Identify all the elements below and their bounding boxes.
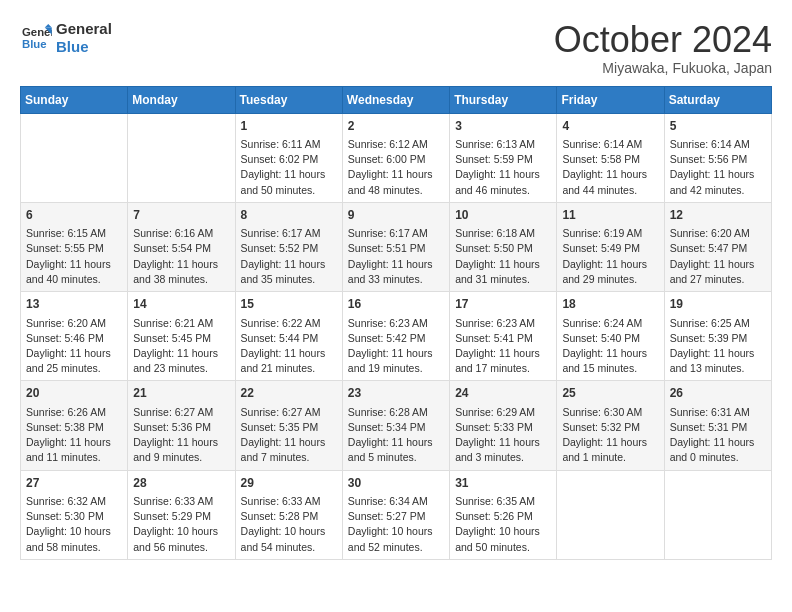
day-cell: 18Sunrise: 6:24 AMSunset: 5:40 PMDayligh… (557, 292, 664, 381)
day-info: Sunrise: 6:26 AMSunset: 5:38 PMDaylight:… (26, 405, 122, 466)
day-number: 31 (455, 475, 551, 492)
header-cell-tuesday: Tuesday (235, 86, 342, 113)
day-info: Sunrise: 6:13 AMSunset: 5:59 PMDaylight:… (455, 137, 551, 198)
day-cell: 14Sunrise: 6:21 AMSunset: 5:45 PMDayligh… (128, 292, 235, 381)
day-cell (557, 470, 664, 559)
day-number: 22 (241, 385, 337, 402)
day-info: Sunrise: 6:28 AMSunset: 5:34 PMDaylight:… (348, 405, 444, 466)
day-info: Sunrise: 6:15 AMSunset: 5:55 PMDaylight:… (26, 226, 122, 287)
day-cell: 22Sunrise: 6:27 AMSunset: 5:35 PMDayligh… (235, 381, 342, 470)
day-cell: 26Sunrise: 6:31 AMSunset: 5:31 PMDayligh… (664, 381, 771, 470)
week-row-5: 27Sunrise: 6:32 AMSunset: 5:30 PMDayligh… (21, 470, 772, 559)
day-cell (21, 113, 128, 202)
day-cell: 11Sunrise: 6:19 AMSunset: 5:49 PMDayligh… (557, 202, 664, 291)
day-info: Sunrise: 6:18 AMSunset: 5:50 PMDaylight:… (455, 226, 551, 287)
day-number: 13 (26, 296, 122, 313)
day-number: 8 (241, 207, 337, 224)
header-row: SundayMondayTuesdayWednesdayThursdayFrid… (21, 86, 772, 113)
week-row-4: 20Sunrise: 6:26 AMSunset: 5:38 PMDayligh… (21, 381, 772, 470)
day-info: Sunrise: 6:34 AMSunset: 5:27 PMDaylight:… (348, 494, 444, 555)
day-info: Sunrise: 6:35 AMSunset: 5:26 PMDaylight:… (455, 494, 551, 555)
day-info: Sunrise: 6:32 AMSunset: 5:30 PMDaylight:… (26, 494, 122, 555)
calendar-header: SundayMondayTuesdayWednesdayThursdayFrid… (21, 86, 772, 113)
day-info: Sunrise: 6:20 AMSunset: 5:46 PMDaylight:… (26, 316, 122, 377)
day-number: 3 (455, 118, 551, 135)
page-header: General Blue General Blue October 2024 M… (20, 20, 772, 76)
day-number: 21 (133, 385, 229, 402)
day-cell: 9Sunrise: 6:17 AMSunset: 5:51 PMDaylight… (342, 202, 449, 291)
header-cell-thursday: Thursday (450, 86, 557, 113)
day-cell: 29Sunrise: 6:33 AMSunset: 5:28 PMDayligh… (235, 470, 342, 559)
header-cell-monday: Monday (128, 86, 235, 113)
day-cell: 19Sunrise: 6:25 AMSunset: 5:39 PMDayligh… (664, 292, 771, 381)
day-info: Sunrise: 6:25 AMSunset: 5:39 PMDaylight:… (670, 316, 766, 377)
day-info: Sunrise: 6:30 AMSunset: 5:32 PMDaylight:… (562, 405, 658, 466)
day-info: Sunrise: 6:23 AMSunset: 5:41 PMDaylight:… (455, 316, 551, 377)
header-cell-sunday: Sunday (21, 86, 128, 113)
day-info: Sunrise: 6:27 AMSunset: 5:35 PMDaylight:… (241, 405, 337, 466)
calendar-subtitle: Miyawaka, Fukuoka, Japan (554, 60, 772, 76)
day-number: 14 (133, 296, 229, 313)
day-number: 4 (562, 118, 658, 135)
header-cell-friday: Friday (557, 86, 664, 113)
day-number: 10 (455, 207, 551, 224)
day-cell: 7Sunrise: 6:16 AMSunset: 5:54 PMDaylight… (128, 202, 235, 291)
day-number: 11 (562, 207, 658, 224)
day-cell: 16Sunrise: 6:23 AMSunset: 5:42 PMDayligh… (342, 292, 449, 381)
day-info: Sunrise: 6:21 AMSunset: 5:45 PMDaylight:… (133, 316, 229, 377)
day-cell: 24Sunrise: 6:29 AMSunset: 5:33 PMDayligh… (450, 381, 557, 470)
header-cell-saturday: Saturday (664, 86, 771, 113)
day-info: Sunrise: 6:14 AMSunset: 5:56 PMDaylight:… (670, 137, 766, 198)
day-number: 18 (562, 296, 658, 313)
day-cell: 27Sunrise: 6:32 AMSunset: 5:30 PMDayligh… (21, 470, 128, 559)
day-info: Sunrise: 6:20 AMSunset: 5:47 PMDaylight:… (670, 226, 766, 287)
header-cell-wednesday: Wednesday (342, 86, 449, 113)
day-cell: 20Sunrise: 6:26 AMSunset: 5:38 PMDayligh… (21, 381, 128, 470)
day-number: 29 (241, 475, 337, 492)
day-number: 5 (670, 118, 766, 135)
day-info: Sunrise: 6:22 AMSunset: 5:44 PMDaylight:… (241, 316, 337, 377)
day-info: Sunrise: 6:27 AMSunset: 5:36 PMDaylight:… (133, 405, 229, 466)
day-number: 30 (348, 475, 444, 492)
week-row-1: 1Sunrise: 6:11 AMSunset: 6:02 PMDaylight… (21, 113, 772, 202)
day-cell: 17Sunrise: 6:23 AMSunset: 5:41 PMDayligh… (450, 292, 557, 381)
week-row-2: 6Sunrise: 6:15 AMSunset: 5:55 PMDaylight… (21, 202, 772, 291)
logo-line2: Blue (56, 38, 112, 56)
day-cell: 28Sunrise: 6:33 AMSunset: 5:29 PMDayligh… (128, 470, 235, 559)
day-number: 20 (26, 385, 122, 402)
day-number: 27 (26, 475, 122, 492)
day-number: 12 (670, 207, 766, 224)
title-block: October 2024 Miyawaka, Fukuoka, Japan (554, 20, 772, 76)
logo-line1: General (56, 20, 112, 38)
day-number: 25 (562, 385, 658, 402)
day-cell: 15Sunrise: 6:22 AMSunset: 5:44 PMDayligh… (235, 292, 342, 381)
day-cell: 25Sunrise: 6:30 AMSunset: 5:32 PMDayligh… (557, 381, 664, 470)
day-cell (128, 113, 235, 202)
day-number: 16 (348, 296, 444, 313)
day-number: 6 (26, 207, 122, 224)
day-number: 28 (133, 475, 229, 492)
day-number: 19 (670, 296, 766, 313)
day-info: Sunrise: 6:33 AMSunset: 5:29 PMDaylight:… (133, 494, 229, 555)
day-cell (664, 470, 771, 559)
day-cell: 21Sunrise: 6:27 AMSunset: 5:36 PMDayligh… (128, 381, 235, 470)
day-info: Sunrise: 6:14 AMSunset: 5:58 PMDaylight:… (562, 137, 658, 198)
day-info: Sunrise: 6:23 AMSunset: 5:42 PMDaylight:… (348, 316, 444, 377)
day-info: Sunrise: 6:19 AMSunset: 5:49 PMDaylight:… (562, 226, 658, 287)
calendar-body: 1Sunrise: 6:11 AMSunset: 6:02 PMDaylight… (21, 113, 772, 559)
logo-icon: General Blue (20, 24, 52, 52)
day-info: Sunrise: 6:33 AMSunset: 5:28 PMDaylight:… (241, 494, 337, 555)
day-number: 23 (348, 385, 444, 402)
day-info: Sunrise: 6:11 AMSunset: 6:02 PMDaylight:… (241, 137, 337, 198)
day-info: Sunrise: 6:29 AMSunset: 5:33 PMDaylight:… (455, 405, 551, 466)
day-cell: 31Sunrise: 6:35 AMSunset: 5:26 PMDayligh… (450, 470, 557, 559)
day-info: Sunrise: 6:17 AMSunset: 5:52 PMDaylight:… (241, 226, 337, 287)
day-number: 1 (241, 118, 337, 135)
day-cell: 3Sunrise: 6:13 AMSunset: 5:59 PMDaylight… (450, 113, 557, 202)
day-number: 7 (133, 207, 229, 224)
calendar-table: SundayMondayTuesdayWednesdayThursdayFrid… (20, 86, 772, 560)
day-cell: 30Sunrise: 6:34 AMSunset: 5:27 PMDayligh… (342, 470, 449, 559)
day-cell: 4Sunrise: 6:14 AMSunset: 5:58 PMDaylight… (557, 113, 664, 202)
logo: General Blue General Blue (20, 20, 112, 56)
day-cell: 8Sunrise: 6:17 AMSunset: 5:52 PMDaylight… (235, 202, 342, 291)
